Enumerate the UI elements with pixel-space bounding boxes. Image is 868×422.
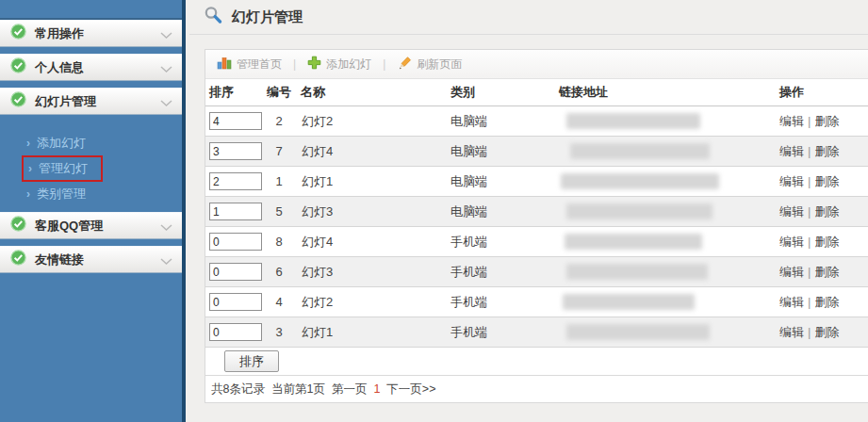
manage-home-button[interactable]: 管理首页	[217, 56, 282, 73]
delete-link[interactable]: 删除	[814, 144, 839, 158]
operations-separator: |	[808, 325, 811, 339]
row-link-cell	[559, 143, 779, 159]
edit-link[interactable]: 编辑	[779, 295, 804, 309]
submenu-item-add-slide[interactable]: › 添加幻灯	[0, 130, 182, 155]
sort-order-input[interactable]	[209, 203, 262, 220]
submenu-item-category-management[interactable]: › 类别管理	[0, 181, 182, 206]
delete-link[interactable]: 删除	[814, 235, 839, 249]
row-id: 6	[266, 265, 292, 279]
row-name: 幻灯2	[292, 113, 450, 130]
row-operations: 编辑|删除	[779, 173, 868, 190]
row-category: 电脑端	[450, 143, 559, 160]
next-page-link[interactable]: 下一页>>	[386, 381, 435, 398]
sort-order-input[interactable]	[209, 172, 262, 190]
sidebar-item-label: 个人信息	[35, 59, 160, 76]
toolbar: 管理首页 | 添加幻灯 | 刷新页面	[205, 50, 868, 79]
refresh-page-button[interactable]: 刷新页面	[397, 56, 462, 73]
operations-separator: |	[808, 144, 811, 158]
table-header-row: 排序 编号 名称 类别 链接地址 操作	[205, 79, 868, 106]
row-operations: 编辑|删除	[779, 324, 868, 341]
operations-separator: |	[808, 204, 811, 219]
edit-link[interactable]: 编辑	[779, 204, 804, 219]
edit-link[interactable]: 编辑	[779, 325, 804, 339]
sort-order-input[interactable]	[209, 112, 262, 130]
redacted-link	[566, 203, 712, 219]
page-number-link[interactable]: 1	[373, 382, 380, 396]
row-link-cell	[559, 324, 779, 340]
record-count: 共8条记录	[211, 381, 265, 398]
row-name: 幻灯1	[292, 324, 450, 341]
delete-link[interactable]: 删除	[814, 114, 839, 128]
sort-order-input[interactable]	[209, 263, 262, 281]
toolbar-button-label: 添加幻灯	[326, 57, 371, 73]
sort-order-input[interactable]	[209, 233, 262, 251]
row-name: 幻灯1	[292, 173, 450, 190]
sort-order-input[interactable]	[209, 293, 262, 311]
sidebar-item-label: 幻灯片管理	[35, 93, 160, 110]
green-check-icon	[10, 216, 26, 235]
row-id: 1	[266, 174, 292, 188]
row-operations: 编辑|删除	[779, 264, 868, 281]
edit-link[interactable]: 编辑	[779, 114, 804, 128]
toolbar-button-label: 管理首页	[237, 57, 282, 73]
table-row: 2 幻灯2 电脑端 编辑|删除	[205, 106, 868, 137]
delete-link[interactable]: 删除	[814, 174, 839, 188]
slide-management-submenu: › 添加幻灯 › 管理幻灯 › 类别管理	[0, 122, 182, 212]
submenu-item-manage-slides[interactable]: › 管理幻灯	[0, 155, 182, 181]
green-check-icon	[10, 250, 26, 269]
toolbar-separator: |	[293, 57, 296, 71]
header-spacer	[189, 35, 868, 49]
edit-link[interactable]: 编辑	[779, 265, 804, 279]
delete-link[interactable]: 删除	[814, 204, 839, 219]
table-row: 1 幻灯1 电脑端 编辑|删除	[205, 167, 868, 197]
redacted-link	[566, 324, 710, 340]
current-page-text: 当前第1页	[271, 381, 325, 398]
delete-link[interactable]: 删除	[814, 325, 839, 339]
submenu-arrow-icon: ›	[28, 162, 32, 175]
row-name: 幻灯4	[292, 234, 450, 251]
add-slide-button[interactable]: 添加幻灯	[307, 56, 371, 73]
redacted-link	[561, 173, 719, 189]
edit-link[interactable]: 编辑	[779, 144, 804, 158]
row-category: 手机端	[450, 324, 559, 341]
table-row: 8 幻灯4 手机端 编辑|删除	[205, 227, 868, 257]
delete-link[interactable]: 删除	[814, 295, 839, 309]
submenu-arrow-icon: ›	[26, 187, 30, 201]
edit-link[interactable]: 编辑	[779, 174, 804, 188]
bar-chart-icon	[217, 56, 232, 73]
green-check-icon	[10, 57, 26, 77]
sidebar-item-qq-service[interactable]: 客服QQ管理	[0, 212, 182, 239]
sidebar-item-slide-management[interactable]: 幻灯片管理	[0, 88, 182, 115]
sidebar-item-personal-info[interactable]: 个人信息	[0, 54, 182, 81]
green-check-icon	[10, 91, 26, 111]
sort-order-input[interactable]	[209, 323, 262, 341]
first-page-link[interactable]: 第一页	[332, 381, 368, 398]
sidebar-item-common-operations[interactable]: 常用操作	[0, 20, 182, 47]
sidebar-item-friendly-links[interactable]: 友情链接	[0, 246, 182, 273]
plus-icon	[307, 56, 321, 73]
page-title: 幻灯片管理	[232, 8, 303, 26]
submenu-arrow-icon: ›	[26, 137, 30, 150]
redacted-link	[563, 294, 695, 310]
sort-order-input[interactable]	[209, 142, 262, 160]
table-row: 4 幻灯2 手机端 编辑|删除	[205, 287, 868, 317]
pencil-icon	[397, 56, 412, 73]
toolbar-button-label: 刷新页面	[417, 57, 462, 73]
page-header: 幻灯片管理	[189, 0, 868, 35]
row-link-cell	[559, 264, 779, 280]
annotation-box: › 管理幻灯	[22, 155, 103, 182]
column-header-link: 链接地址	[559, 84, 779, 101]
redacted-link	[570, 143, 710, 159]
column-header-operations: 操作	[779, 84, 868, 101]
sidebar-item-label: 客服QQ管理	[35, 218, 160, 235]
row-id: 8	[266, 235, 292, 249]
operations-separator: |	[808, 295, 811, 309]
operations-separator: |	[808, 114, 811, 128]
chevron-down-icon	[160, 26, 172, 43]
sidebar-item-label: 常用操作	[35, 25, 160, 42]
row-name: 幻灯3	[292, 264, 450, 281]
edit-link[interactable]: 编辑	[779, 235, 804, 249]
chevron-down-icon	[160, 252, 172, 269]
sort-submit-button[interactable]: 排序	[224, 350, 279, 372]
delete-link[interactable]: 删除	[814, 265, 839, 279]
